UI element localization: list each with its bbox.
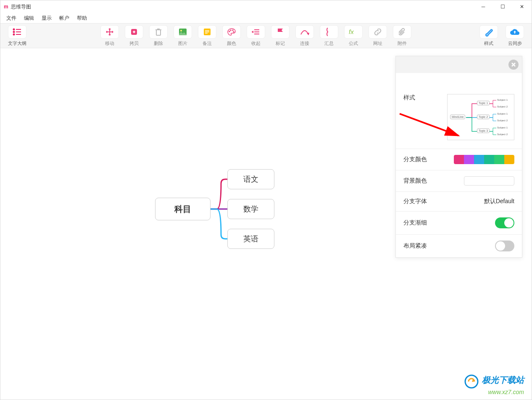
close-icon [511,62,516,67]
copy-button[interactable]: 拷贝 [122,25,146,47]
style-preview: MindLine Topic 1 Topic 2 Topic 3 Subject… [447,94,514,140]
watermark-icon [464,374,479,389]
collapse-button[interactable]: 收起 [244,25,268,47]
branch-color-swatches[interactable] [454,155,514,164]
brush-icon [484,27,493,37]
mark-button[interactable]: 标记 [269,25,292,47]
url-button[interactable]: 网址 [366,25,390,47]
flag-icon [277,28,284,36]
svg-point-18 [233,31,234,32]
style-preview-row[interactable]: 样式 MindLine Topic 1 Topic 2 Topic 3 Subj… [396,73,522,149]
child-node-3[interactable]: 英语 [227,229,274,249]
cloud-sync-button[interactable]: 云同步 [503,25,527,47]
outline-label: 文字大纲 [8,40,26,47]
style-label: 样式 [403,94,433,102]
trash-icon [155,28,162,36]
branch-color-row[interactable]: 分支颜色 [396,149,522,170]
move-icon [105,28,114,36]
child-node-2[interactable]: 数学 [227,199,274,219]
svg-point-0 [13,29,15,30]
svg-point-26 [465,375,478,388]
fx-icon: fx [349,28,358,36]
font-value: 默认Default [484,198,514,205]
menu-account[interactable]: 帐户 [57,14,72,23]
attachment-button[interactable]: 附件 [390,25,414,47]
style-button[interactable]: 样式 [477,25,500,47]
panel-header [396,56,522,73]
watermark: 极光下载站 www.xz7.com [464,374,524,395]
menubar: 文件 编辑 显示 帐户 帮助 [0,13,532,23]
outline-button[interactable]: 文字大纲 [5,25,29,47]
compact-row: 布局紧凑 [396,235,522,257]
app-icon: m [4,4,8,10]
color-button[interactable]: 颜色 [220,25,243,47]
svg-point-16 [230,30,231,31]
svg-point-15 [229,31,230,32]
style-panel: 样式 MindLine Topic 1 Topic 2 Topic 3 Subj… [395,56,522,258]
formula-button[interactable]: fx 公式 [342,25,365,47]
delete-button[interactable]: 删除 [147,25,170,47]
svg-point-4 [13,34,15,35]
child-node-1[interactable]: 语文 [227,169,274,189]
minimize-button[interactable]: ─ [474,0,493,13]
svg-point-17 [232,30,233,31]
palette-icon [227,28,236,36]
brace-icon [326,28,332,36]
panel-close-button[interactable] [508,60,519,70]
window-title: 思维导图 [11,3,31,10]
arrow-icon [300,29,309,35]
close-button[interactable]: ✕ [512,0,532,13]
font-row[interactable]: 分支字体 默认Default [396,192,522,212]
svg-point-10 [180,30,182,31]
menu-view[interactable]: 显示 [39,14,54,23]
taper-toggle[interactable] [495,217,514,228]
image-icon [179,28,187,36]
link-icon [374,28,382,36]
svg-text:fx: fx [349,28,354,35]
compact-toggle[interactable] [495,241,514,251]
root-node[interactable]: 科目 [155,198,211,220]
maximize-button[interactable]: ☐ [493,0,512,13]
list-icon [13,28,22,36]
move-button[interactable]: 移动 [98,25,121,47]
copy-icon [130,28,138,36]
bg-color-swatch[interactable] [464,176,514,186]
summary-button[interactable]: 汇总 [317,25,341,47]
note-icon [203,28,211,36]
menu-edit[interactable]: 编辑 [21,14,37,23]
toolbar: 文字大纲 移动 拷贝 删除 图片 备注 颜色 收起 [0,23,532,48]
paperclip-icon [399,28,406,36]
connect-button[interactable]: 连接 [293,25,316,47]
image-button[interactable]: 图片 [171,25,195,47]
collapse-icon [252,29,260,35]
cloud-icon [510,28,520,36]
titlebar: m 思维导图 ─ ☐ ✕ [0,0,532,13]
svg-point-2 [13,31,15,32]
taper-row: 分支渐细 [396,212,522,235]
bg-color-row[interactable]: 背景颜色 [396,170,522,192]
note-button[interactable]: 备注 [195,25,219,47]
menu-file[interactable]: 文件 [4,14,19,23]
menu-help[interactable]: 帮助 [74,14,90,23]
